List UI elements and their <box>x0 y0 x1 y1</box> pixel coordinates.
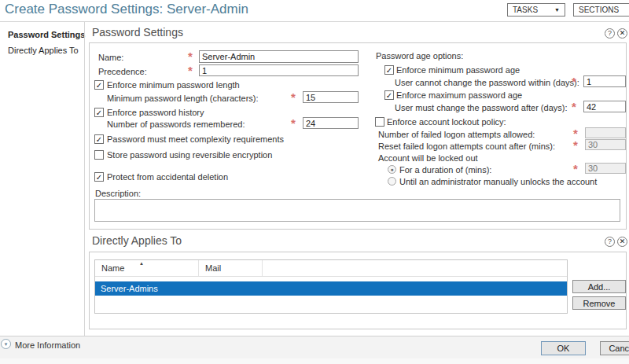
chevron-down-icon: ▼ <box>554 7 560 13</box>
description-label: Description: <box>95 189 141 199</box>
age-options-label: Password age options: <box>376 51 463 61</box>
duration-radio[interactable]: ● <box>388 165 396 174</box>
reset-count-field[interactable] <box>585 139 626 150</box>
expander-icon: ▾ <box>1 339 11 349</box>
required-asterisk: * <box>291 119 296 128</box>
description-field[interactable] <box>94 199 620 222</box>
title-divider <box>0 21 629 22</box>
help-icon[interactable]: ? <box>605 28 615 39</box>
failed-attempts-field[interactable] <box>585 127 626 138</box>
required-asterisk: * <box>573 141 578 150</box>
help-icon[interactable]: ? <box>605 237 615 247</box>
row-name-cell: Server-Admins <box>101 284 158 293</box>
add-button[interactable]: Add... <box>572 280 626 293</box>
table-header-row: Name ▲ Mail <box>95 260 567 277</box>
sidebar-divider <box>84 21 85 336</box>
required-asterisk: * <box>572 102 576 112</box>
required-asterisk: * <box>572 77 576 86</box>
ok-button[interactable]: OK <box>541 341 586 355</box>
close-icon[interactable]: ✕ <box>617 237 627 247</box>
page-title: Create Password Settings: Server-Admin <box>5 2 248 17</box>
max-age-label: User must change the password after (day… <box>395 103 567 113</box>
name-label: Name: <box>98 53 123 63</box>
enforce-max-age-checkbox[interactable]: ✓ <box>384 90 394 100</box>
history-label: Number of passwords remembered: <box>107 119 245 130</box>
directly-applies-to-section-header: Directly Applies To <box>92 234 182 247</box>
min-length-field[interactable] <box>303 91 359 103</box>
lockout-policy-label: Enforce account lockout policy: <box>387 117 506 127</box>
remove-button[interactable]: Remove <box>572 296 626 310</box>
history-field[interactable] <box>303 117 359 129</box>
locked-out-label: Account will be locked out <box>378 153 478 164</box>
required-asterisk: * <box>291 93 296 102</box>
sort-ascending-icon: ▲ <box>139 261 144 266</box>
min-age-field[interactable] <box>583 75 626 87</box>
lockout-policy-checkbox[interactable] <box>375 117 384 127</box>
duration-field[interactable] <box>585 163 626 174</box>
table-row-selected[interactable]: Server-Admins <box>95 281 567 296</box>
complexity-checkbox[interactable]: ✓ <box>94 134 104 144</box>
reset-count-label: Reset failed logon attempts count after … <box>378 142 555 152</box>
reversible-encryption-label: Store password using reversible encrypti… <box>107 150 272 160</box>
password-settings-section-header: Password Settings <box>92 26 183 39</box>
enforce-min-age-label: Enforce minimum password age <box>396 65 520 75</box>
until-admin-radio[interactable] <box>388 177 396 186</box>
sidebar-item-directly-applies-to[interactable]: Directly Applies To <box>8 46 79 55</box>
precedence-field[interactable] <box>199 64 359 76</box>
required-asterisk: * <box>188 52 193 61</box>
footer-bar <box>0 336 629 359</box>
footer-strip <box>0 358 629 364</box>
enforce-min-length-checkbox[interactable]: ✓ <box>94 80 104 90</box>
enforce-min-length-label: Enforce minimum password length <box>107 80 240 90</box>
column-header-name-label: Name <box>101 263 124 273</box>
sections-button-label: SECTIONS <box>579 6 619 14</box>
applies-to-table: Name ▲ Mail Server-Admins <box>94 259 568 314</box>
failed-attempts-label: Number of failed logon attempts allowed: <box>378 130 535 140</box>
reversible-encryption-checkbox[interactable] <box>94 150 104 160</box>
max-age-field[interactable] <box>583 101 626 112</box>
min-age-label: User cannot change the password within (… <box>395 78 579 88</box>
close-icon[interactable]: ✕ <box>617 28 627 39</box>
enforce-history-label: Enforce password history <box>107 108 204 118</box>
column-header-mail-label: Mail <box>205 263 221 273</box>
column-header-name[interactable]: Name ▲ <box>95 260 199 276</box>
duration-label: For a duration of (mins): <box>399 165 491 175</box>
min-length-label: Minimum password length (characters): <box>107 94 259 104</box>
sections-button[interactable]: SECTIONS ▼ <box>573 3 629 17</box>
sidebar-item-password-settings[interactable]: Password Settings <box>8 30 85 39</box>
cancel-button[interactable]: Cancel <box>600 341 629 355</box>
protect-deletion-checkbox[interactable]: ✓ <box>94 172 104 182</box>
tasks-button-label: TASKS <box>513 6 538 14</box>
until-admin-label: Until an administrator manually unlocks … <box>399 177 597 187</box>
complexity-label: Password must meet complexity requiremen… <box>107 134 284 145</box>
enforce-history-checkbox[interactable]: ✓ <box>94 108 104 117</box>
required-asterisk: * <box>188 66 193 75</box>
required-asterisk: * <box>573 129 578 138</box>
name-field[interactable] <box>199 50 359 63</box>
enforce-min-age-checkbox[interactable]: ✓ <box>384 65 394 75</box>
enforce-max-age-label: Enforce maximum password age <box>396 90 522 101</box>
required-asterisk: * <box>573 164 578 174</box>
precedence-label: Precedence: <box>98 67 147 77</box>
column-header-mail[interactable]: Mail <box>199 260 263 276</box>
more-information-link[interactable]: More Information <box>15 340 80 351</box>
tasks-button[interactable]: TASKS ▼ <box>507 3 565 17</box>
protect-deletion-label: Protect from accidental deletion <box>107 172 228 182</box>
